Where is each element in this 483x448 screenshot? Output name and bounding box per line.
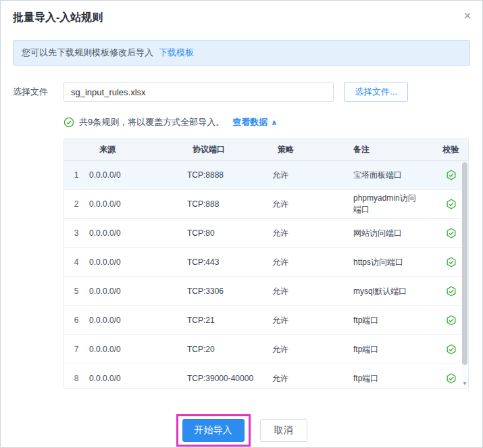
status-text: 共9条规则，将以覆盖方式全部导入。 [79,116,224,128]
source-cell: 0.0.0.0/0 [88,257,182,267]
remark-cell: 宝塔面板端口 [332,170,432,181]
remark-cell: 网站访问端口 [332,228,432,239]
table-header: 来源 协议端口 策略 备注 校验 [64,139,468,161]
scroll-down-icon[interactable]: ▼ [461,380,468,387]
source-cell: 0.0.0.0/0 [88,345,182,354]
table-row: 80.0.0.0/0TCP:39000-40000允许ftp端口 [64,364,468,388]
success-check-icon [63,117,74,128]
table-scrollbar[interactable]: ▼ [461,161,468,388]
remark-cell: phpmyadmin访问端口 [332,193,432,216]
policy-cell: 允许 [267,344,332,355]
row-index: 2 [64,199,88,209]
table-row: 70.0.0.0/0TCP:20允许ftp端口 [64,335,468,364]
close-icon[interactable]: × [463,9,472,22]
header-source: 来源 [88,144,182,155]
view-data-link[interactable]: 查看数据 ∧ [232,116,277,128]
policy-cell: 允许 [267,228,332,239]
row-index: 1 [64,170,88,180]
remark-cell: https访问端口 [332,257,432,268]
scrollbar-thumb[interactable] [462,162,467,365]
table-row: 40.0.0.0/0TCP:443允许https访问端口 [64,248,468,277]
remark-cell: mysql默认端口 [332,286,432,297]
file-name-input[interactable] [63,82,334,102]
download-template-link[interactable]: 下载模板 [159,47,194,59]
source-cell: 0.0.0.0/0 [88,316,182,325]
table-row: 10.0.0.0/0TCP:8888允许宝塔面板端口 [64,161,468,190]
remark-cell: ftp端口 [332,315,432,326]
cancel-button[interactable]: 取消 [260,419,307,442]
source-cell: 0.0.0.0/0 [88,199,182,209]
row-index: 6 [64,316,88,325]
policy-cell: 允许 [267,199,332,210]
annotation-highlight: 开始导入 [176,414,251,447]
port-cell: TCP:888 [182,199,267,209]
remark-cell: ftp端口 [332,344,432,355]
header-validation: 校验 [432,144,469,155]
header-policy: 策略 [267,144,332,155]
source-cell: 0.0.0.0/0 [88,287,182,296]
port-cell: TCP:80 [182,228,267,238]
policy-cell: 允许 [267,373,332,384]
start-import-button[interactable]: 开始导入 [182,419,245,442]
policy-cell: 允许 [267,315,332,326]
collapse-caret-icon: ∧ [271,118,277,127]
remark-cell: ftp端口 [332,373,432,384]
row-index: 5 [64,287,88,296]
source-cell: 0.0.0.0/0 [88,374,182,383]
table-row: 20.0.0.0/0TCP:888允许phpmyadmin访问端口 [64,190,468,219]
port-cell: TCP:3306 [182,287,267,296]
policy-cell: 允许 [267,170,332,181]
port-cell: TCP:443 [182,257,267,267]
row-index: 8 [64,374,88,383]
dialog-header: 批量导入-入站规则 × [1,1,482,25]
row-index: 3 [64,228,88,238]
policy-cell: 允许 [267,286,332,297]
row-index: 4 [64,257,88,267]
table-body: 10.0.0.0/0TCP:8888允许宝塔面板端口20.0.0.0/0TCP:… [64,161,468,388]
table-row: 30.0.0.0/0TCP:80允许网站访问端口 [64,219,468,248]
info-banner: 您可以先下载规则模板修改后导入 下载模板 [13,40,470,66]
header-remark: 备注 [332,144,432,155]
policy-cell: 允许 [267,257,332,268]
choose-file-button[interactable]: 选择文件... [344,82,408,102]
dialog-footer: 开始导入 取消 [1,414,482,447]
port-cell: TCP:8888 [182,170,267,180]
banner-text: 您可以先下载规则模板修改后导入 [22,47,153,59]
source-cell: 0.0.0.0/0 [88,228,182,238]
table-row: 50.0.0.0/0TCP:3306允许mysql默认端口 [64,277,468,306]
view-data-label: 查看数据 [232,116,268,128]
port-cell: TCP:39000-40000 [182,374,267,383]
port-cell: TCP:21 [182,316,267,325]
table-row: 60.0.0.0/0TCP:21允许ftp端口 [64,306,468,335]
source-cell: 0.0.0.0/0 [88,170,182,180]
header-protocol-port: 协议端口 [182,144,267,155]
rules-table: 来源 协议端口 策略 备注 校验 10.0.0.0/0TCP:8888允许宝塔面… [63,139,469,389]
port-cell: TCP:20 [182,345,267,354]
import-status-row: 共9条规则，将以覆盖方式全部导入。 查看数据 ∧ [63,116,470,128]
file-select-row: 选择文件 选择文件... [13,82,470,102]
file-select-label: 选择文件 [13,86,63,98]
row-index: 7 [64,345,88,354]
dialog-title: 批量导入-入站规则 [13,11,470,25]
